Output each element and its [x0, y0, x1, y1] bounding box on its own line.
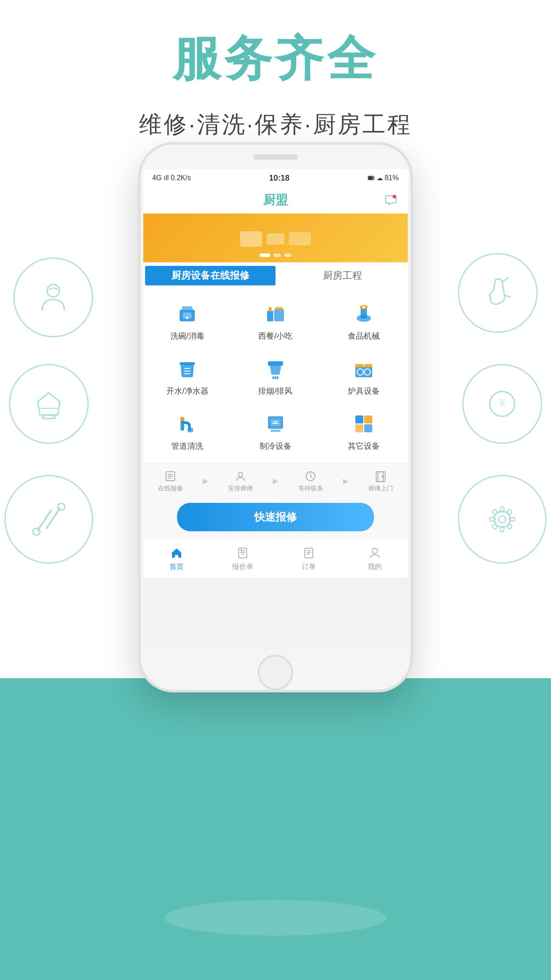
status-battery: ☁ 81%	[368, 174, 399, 182]
nav-order-label: 订单	[302, 562, 316, 572]
deco-circle-money: ¥	[462, 364, 542, 444]
service-label-water: 开水/净水器	[166, 386, 209, 396]
svg-rect-24	[369, 177, 373, 179]
svg-rect-28	[267, 233, 284, 245]
banner-dots	[260, 253, 291, 257]
step-waiting: 等待联系	[298, 470, 323, 493]
deco-circle-tools	[4, 475, 93, 564]
svg-rect-33	[267, 311, 273, 321]
svg-line-10	[504, 295, 511, 297]
service-item-foodmachine[interactable]: 食品机械	[319, 293, 408, 348]
service-item-western[interactable]: 西餐/小吃	[232, 293, 320, 348]
phone-screen: 4G ıll 0.2K/s 10:18 ☁ 81% 厨盟	[143, 169, 408, 650]
other-icon	[350, 411, 377, 437]
svg-line-9	[502, 277, 509, 282]
nav-profile[interactable]: 我的	[342, 545, 408, 572]
svg-point-74	[382, 476, 383, 478]
bottom-nav: 首页 ¥ 报价单	[143, 538, 408, 577]
svg-rect-63	[364, 415, 372, 423]
phone-home-button[interactable]	[258, 655, 293, 690]
svg-line-5	[38, 510, 51, 530]
svg-rect-72	[376, 472, 385, 482]
svg-rect-55	[188, 428, 193, 432]
service-label-other: 其它设备	[348, 441, 380, 451]
service-item-dishwash[interactable]: 洗碗/消毒	[143, 293, 232, 348]
pipe-icon	[174, 411, 201, 437]
deco-circle-worker	[13, 257, 93, 337]
foodmachine-icon	[350, 300, 377, 327]
dishwash-icon	[174, 300, 201, 327]
order-icon	[301, 545, 317, 561]
header-area: 服务齐全 维修·清洗·保养·厨房工程	[0, 27, 551, 140]
svg-point-0	[47, 285, 59, 297]
battery-text: 81%	[385, 174, 399, 182]
wifi-icon: ☁	[377, 174, 383, 182]
svg-point-83	[372, 548, 378, 553]
banner[interactable]	[143, 213, 408, 262]
services-grid: 洗碗/消毒 西餐/小吃	[143, 289, 408, 463]
nav-home-label: 首页	[169, 562, 184, 572]
banner-dot-1	[260, 253, 270, 257]
svg-rect-51	[364, 364, 372, 368]
service-item-stove[interactable]: 炉具设备	[319, 348, 408, 403]
status-bar: 4G ıll 0.2K/s 10:18 ☁ 81%	[143, 169, 408, 187]
step-arrow-2: ▶	[273, 477, 278, 485]
svg-rect-64	[355, 424, 363, 432]
service-item-other[interactable]: 其它设备	[319, 403, 408, 458]
svg-rect-41	[180, 362, 195, 365]
step1-label: 在线报修	[158, 485, 183, 493]
svg-rect-65	[364, 424, 372, 432]
tabs-row: 厨房设备在线报修 厨房工程	[143, 262, 408, 289]
service-label-exhaust: 排烟/排风	[258, 386, 292, 396]
svg-rect-27	[240, 231, 262, 247]
phone-outer: 4G ıll 0.2K/s 10:18 ☁ 81% 厨盟	[138, 142, 413, 692]
svg-rect-34	[269, 307, 272, 312]
step-arrange: 安排师傅	[228, 470, 253, 493]
tab-kitchen-repair[interactable]: 厨房设备在线报修	[145, 266, 276, 285]
service-item-pipe[interactable]: 管道清洗	[143, 403, 232, 458]
svg-rect-45	[268, 361, 283, 366]
step-arrow-3: ▶	[343, 477, 348, 485]
quote-icon: ¥	[235, 545, 251, 561]
svg-point-40	[362, 306, 365, 308]
western-icon	[262, 300, 289, 327]
svg-rect-50	[355, 364, 363, 368]
service-label-cooling: 制冷设备	[260, 441, 291, 451]
service-label-dishwash: 洗碗/消毒	[170, 331, 205, 341]
svg-text:¥: ¥	[498, 396, 506, 410]
step1-icon	[164, 470, 177, 483]
step2-icon	[234, 470, 247, 483]
message-icon[interactable]	[383, 192, 399, 208]
svg-rect-58	[271, 419, 280, 426]
service-item-cooling[interactable]: 制冷设备	[232, 403, 320, 458]
app-header: 厨盟	[143, 187, 408, 213]
banner-dot-3	[284, 253, 291, 257]
step3-label: 等待联系	[298, 485, 323, 493]
svg-point-32	[186, 316, 189, 319]
svg-rect-29	[289, 232, 311, 245]
app-title: 厨盟	[263, 192, 288, 209]
step-door: 师傅上门	[368, 470, 393, 493]
nav-profile-label: 我的	[368, 562, 382, 572]
home-icon	[169, 545, 185, 561]
phone-mockup: 4G ıll 0.2K/s 10:18 ☁ 81% 厨盟	[138, 142, 413, 692]
svg-point-70	[238, 472, 243, 477]
svg-line-6	[47, 508, 60, 528]
nav-quote[interactable]: ¥ 报价单	[209, 545, 276, 572]
service-item-water[interactable]: 开水/净水器	[143, 348, 232, 403]
svg-point-7	[33, 528, 40, 535]
cooling-icon	[262, 411, 289, 437]
status-signal: 4G ıll 0.2K/s	[152, 174, 191, 182]
service-item-exhaust[interactable]: 排烟/排风	[232, 348, 320, 403]
service-label-stove: 炉具设备	[348, 386, 380, 396]
nav-order[interactable]: 订单	[276, 545, 342, 572]
deco-circle-gear	[458, 475, 547, 564]
step4-icon	[374, 470, 387, 483]
quick-report-button[interactable]: 快速报修	[177, 503, 374, 531]
svg-point-14	[499, 516, 506, 523]
banner-dot-2	[274, 253, 281, 257]
svg-rect-75	[239, 548, 247, 558]
tab-kitchen-project[interactable]: 厨房工程	[277, 262, 408, 289]
exhaust-icon	[262, 356, 289, 382]
nav-home[interactable]: 首页	[143, 545, 209, 572]
